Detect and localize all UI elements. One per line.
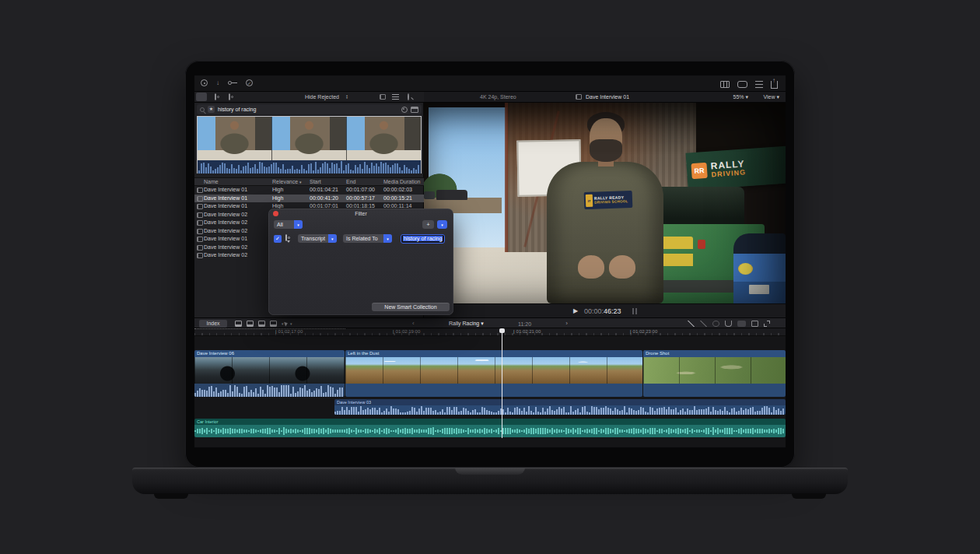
sidebar-libraries-icon[interactable] xyxy=(196,93,207,101)
float-window-icon[interactable] xyxy=(411,107,418,113)
ruler-tick: |01:02:23:00 xyxy=(630,329,657,334)
snapping-icon[interactable] xyxy=(725,321,732,327)
media-browser-icon[interactable] xyxy=(201,79,208,86)
viewer-zoom-menu[interactable]: 55% ▾ xyxy=(733,92,748,103)
skimming-icon[interactable] xyxy=(688,321,695,327)
viewer-view-menu[interactable]: View ▾ xyxy=(763,92,779,103)
viewer-controls-bar: ▾ ▶ 00:00:46:23 xyxy=(424,303,786,317)
audio-skimming-icon[interactable] xyxy=(700,321,707,327)
column-relevance[interactable]: Relevance ▾ xyxy=(272,178,302,187)
index-button[interactable]: Index xyxy=(199,320,227,328)
chevron-down-icon: ▾ xyxy=(383,234,392,243)
browser-search-field[interactable]: ★ history of racing xyxy=(197,104,422,114)
laptop-foot-right xyxy=(792,493,826,499)
next-project-icon[interactable]: › xyxy=(565,321,568,327)
audio-meters-icon[interactable] xyxy=(632,308,637,314)
timeline-toolbar: Index ▾ ▾ ‹ Rally Racing ▾ 11:20 › xyxy=(194,317,786,328)
dialog-title: Filter xyxy=(268,209,453,219)
play-button[interactable]: ▶ xyxy=(573,308,578,314)
match-dropdown[interactable]: All▾ xyxy=(274,220,303,229)
playhead[interactable] xyxy=(502,328,502,438)
clip-row-selected[interactable]: Dave Interview 01High00:00:41:2000:00:57… xyxy=(194,195,424,203)
connect-edit-icon[interactable] xyxy=(235,321,242,327)
laptop-foot-left xyxy=(154,493,188,499)
clip-icon xyxy=(197,212,203,218)
clip-body xyxy=(345,384,642,397)
clip-name: Dave Interview 06 xyxy=(194,350,345,357)
viewer-video-frame: RR RALLY DRIVING rr RALLY READY xyxy=(424,103,786,303)
clip-audio-waveform xyxy=(194,425,786,437)
rule-checkbox[interactable]: ✓ xyxy=(274,235,282,243)
search-input-value[interactable]: history of racing xyxy=(218,107,398,112)
clip-appearance-icon[interactable] xyxy=(737,321,746,327)
ruler-tick: |01:02:21:00 xyxy=(513,329,541,334)
timeline-toggle-icon[interactable] xyxy=(737,81,747,88)
selected-clip-filmstrip[interactable] xyxy=(197,116,422,174)
clip-audio-waveform xyxy=(334,405,786,415)
gear-icon[interactable] xyxy=(401,107,408,113)
import-media-icon[interactable]: ↓ xyxy=(216,80,219,86)
share-icon[interactable] xyxy=(771,81,778,89)
timeline-zoom-fit-icon[interactable] xyxy=(764,321,770,327)
rule-condition-dropdown[interactable]: Is Related To▾ xyxy=(343,234,392,243)
timeline-clip-left-in-the-dust[interactable]: Left in the Dust xyxy=(345,350,642,397)
add-rule-chevron-icon[interactable]: ▾ xyxy=(437,220,447,229)
overwrite-edit-icon[interactable] xyxy=(270,321,277,327)
clip-thumbnails xyxy=(345,357,642,384)
column-name[interactable]: Name xyxy=(204,178,219,187)
keyword-editor-icon[interactable] xyxy=(228,81,237,85)
sidebar-photos-audio-icon[interactable] xyxy=(215,93,216,100)
timeline-clip-car-interior[interactable]: Car Interior xyxy=(194,419,786,437)
clip-name: Drone Shot xyxy=(643,350,786,357)
list-view-icon[interactable] xyxy=(392,94,399,100)
fcp-window: ↓ ✓ Hide Rejected ▴▾ 4K 24p, Stere xyxy=(194,75,786,447)
clip-icon xyxy=(197,188,203,193)
insert-edit-icon[interactable] xyxy=(247,321,254,327)
filmstrip-thumbnails xyxy=(198,117,421,160)
sidebar-titles-generators-icon[interactable] xyxy=(229,93,230,100)
timeline-history-icon[interactable] xyxy=(751,321,758,327)
edit-options-chevron-icon[interactable]: ▾ xyxy=(282,322,284,326)
timeline-clip-dave-interview-03[interactable]: Dave Interview 03 xyxy=(334,399,786,415)
tools-pointer-icon[interactable] xyxy=(284,321,289,326)
timeline-clip-drone-shot[interactable]: Drone Shot xyxy=(643,350,786,397)
rule-value-field[interactable]: history of racing xyxy=(401,234,445,244)
filmstrip-thumb xyxy=(198,117,272,160)
inspector-toggle-icon[interactable] xyxy=(755,81,763,88)
solo-icon[interactable] xyxy=(712,321,719,327)
playhead-handle[interactable] xyxy=(499,328,505,333)
ruler-tick: |01:02:17:00 xyxy=(275,329,303,334)
viewer-vignette xyxy=(424,103,786,303)
filmstrip-view-icon[interactable] xyxy=(380,94,386,100)
project-name-menu[interactable]: Rally Racing ▾ xyxy=(449,321,484,327)
timeline-clip-dave-interview[interactable]: Dave Interview 06 xyxy=(194,350,345,397)
timeline-ruler[interactable]: |01:02:17:00 |01:02:19:00 |01:02:21:00 |… xyxy=(194,328,786,336)
clip-body xyxy=(643,384,786,397)
clip-audio-waveform xyxy=(194,384,345,397)
add-rule-button[interactable]: + xyxy=(422,220,434,229)
browser-toolbar: Hide Rejected ▴▾ xyxy=(194,92,424,103)
rule-subject-dropdown[interactable]: Transcript▾ xyxy=(298,234,337,243)
clip-icon xyxy=(197,220,203,226)
previous-project-icon[interactable]: ‹ xyxy=(412,321,415,327)
append-edit-icon[interactable] xyxy=(258,321,265,327)
browser-search-icon[interactable] xyxy=(408,93,409,100)
clip-icon xyxy=(197,204,203,209)
clip-name: Dave Interview 03 xyxy=(334,399,786,405)
clip-row[interactable]: Dave Interview 01High00:01:04:2100:01:07… xyxy=(194,186,424,195)
hide-rejected-filter[interactable]: Hide Rejected xyxy=(305,92,339,103)
background-tasks-icon[interactable]: ✓ xyxy=(246,79,253,86)
filmstrip-audio-waveform xyxy=(198,160,421,174)
transcript-search-icon xyxy=(285,234,287,241)
column-media-duration[interactable]: Media Duration xyxy=(383,178,420,187)
new-smart-collection-button[interactable]: New Smart Collection xyxy=(372,303,450,311)
browser-toggle-icon[interactable] xyxy=(720,81,730,88)
tools-chevron-icon[interactable]: ▾ xyxy=(290,322,292,326)
laptop-base xyxy=(132,468,848,494)
clip-icon xyxy=(197,245,203,251)
clip-icon xyxy=(197,253,203,258)
filter-dialog: Filter All▾ + ▾ ✓ Transcript▾ Is Related… xyxy=(268,209,453,315)
column-start[interactable]: Start xyxy=(310,178,321,187)
chevron-down-icon: ▾ xyxy=(328,234,337,243)
column-end[interactable]: End xyxy=(346,178,355,187)
